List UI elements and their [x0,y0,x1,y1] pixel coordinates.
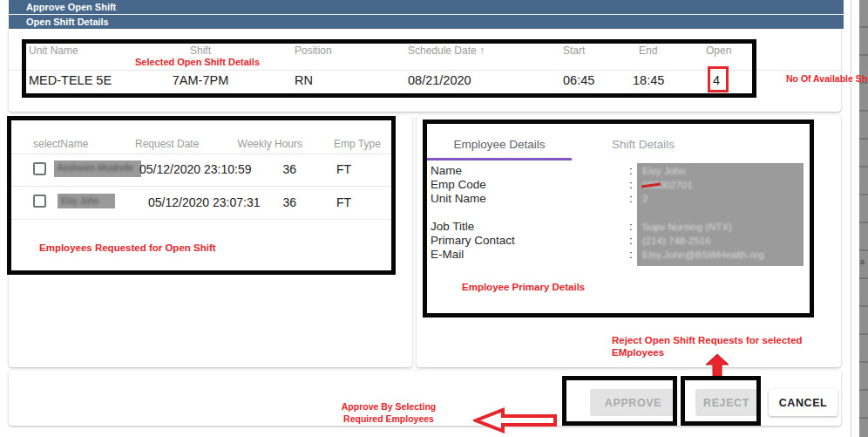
col-unit-name: Unit Name [29,44,78,57]
request-row-2-checkbox[interactable] [33,195,46,208]
field-colon: : [629,220,633,233]
cell-end: 18:45 [633,73,664,87]
field-colon: : [629,192,633,205]
field-label-unit-name: Unit Name [431,192,486,205]
cell-schedule-date: 08/21/2020 [408,73,471,87]
request-row-1-date: 05/12/2020 23:10:59 [139,162,251,176]
annotation-requested-employees: Employees Requested for Open Shift [39,242,216,253]
request-row-1-checkbox[interactable] [33,162,46,175]
cell-start: 06:45 [563,73,594,87]
col-end: End [639,44,657,57]
col-emp-type: Emp Type [334,138,381,150]
dialog-subtitle: Open Shift Details [9,15,844,29]
col-weekly-hours: Weekly Hours [227,138,302,150]
requests-divider [10,154,392,154]
request-row-2-emp-type: FT [336,195,351,209]
request-row-2-weekly-hours: 36 [256,195,296,209]
col-schedule-date[interactable]: Schedule Date ↑ [408,44,485,57]
tab-employee-details[interactable]: Employee Details [427,131,572,158]
tab-shift-details[interactable]: Shift Details [572,131,715,158]
sort-ascending-icon[interactable]: ↑ [479,44,485,57]
field-value-primary-contact: (214) 748-2516 [642,236,711,246]
col-request-date: Request Date [135,138,199,150]
cancel-button[interactable]: CANCEL [769,389,837,416]
col-select-name: selectName [33,138,88,150]
field-label-job-title: Job Title [431,220,474,233]
requests-divider [10,219,392,220]
page-edge-line [851,0,851,437]
cell-unit-name: MED-TELE 5E [29,73,112,87]
requests-divider [10,186,392,187]
field-value-unit-name: 2 [642,194,648,204]
annotation-selected-shift: Selected Open Shift Details [135,57,260,67]
field-label-primary-contact: Primary Contact [431,234,515,247]
col-start: Start [563,44,585,57]
cell-open-count: 4 [713,73,720,87]
field-colon: : [629,248,633,261]
field-colon: : [629,234,633,247]
active-tab-indicator [427,158,572,160]
reject-button[interactable]: REJECT [695,389,757,416]
col-open: Open [706,44,731,57]
annotation-primary-details: Employee Primary Details [462,282,585,292]
field-label-emp-code: Emp Code [431,178,486,191]
field-value-name: Elsy John [642,166,686,176]
cell-shift: 7AM-7PM [166,73,235,87]
field-label-email: E-Mail [431,248,464,261]
request-row-2-date: 05/12/2020 23:07:31 [148,195,260,209]
annotation-available-shifts: No Of Available Shifts [786,73,868,84]
field-label-name: Name [431,164,462,177]
request-row-1-emp-type: FT [336,162,351,176]
request-row-1-name-redacted: Aeshwien Moatrelle [54,160,141,177]
left-arrow-icon [473,407,558,434]
request-row-1-weekly-hours: 36 [256,162,296,176]
up-arrow-icon [706,354,729,376]
field-value-job-title: Supv Nursing (NTX) [642,222,732,232]
cell-position: RN [295,73,313,87]
shift-table-divider [9,70,841,71]
approve-button[interactable]: APPROVE [590,389,676,416]
underlying-page-strip [859,0,868,437]
request-row-2-name-redacted: Elsy John [58,194,115,208]
annotation-approve-note: Approve By Selecting Required Employees [340,401,437,425]
col-shift: Shift [166,44,235,57]
dialog-title: Approve Open Shift [9,0,844,14]
underlying-page-text: a [860,257,865,266]
field-colon: : [629,164,633,177]
field-value-email: Elsy.John@BSWHealth.org [642,249,764,260]
col-position: Position [295,44,332,57]
field-colon: : [629,178,633,191]
